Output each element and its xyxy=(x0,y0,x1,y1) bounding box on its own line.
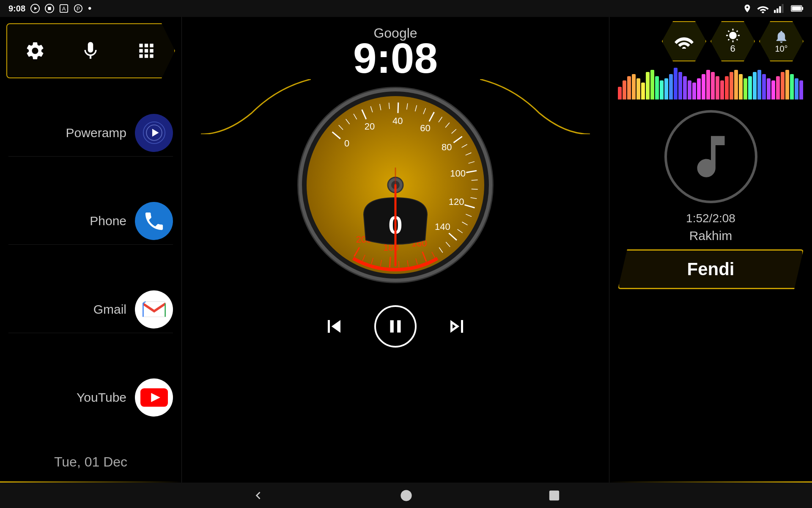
speedometer-svg: 020406080100120140160180200 0 xyxy=(294,83,497,287)
date-display: Tue, 01 Dec xyxy=(54,454,127,469)
svg-rect-11 xyxy=(782,4,783,13)
date-area: Tue, 01 Dec xyxy=(0,446,181,483)
wind-widget[interactable]: 6 xyxy=(710,21,755,61)
a-status-icon: A xyxy=(59,4,69,13)
location-icon xyxy=(743,4,752,13)
svg-line-32 xyxy=(398,102,398,113)
phone-app-item[interactable]: Phone xyxy=(8,198,173,245)
stop-status-icon xyxy=(45,4,54,13)
play-status-icon xyxy=(30,4,40,13)
youtube-app-item[interactable]: YouTube xyxy=(8,374,173,421)
svg-text:40: 40 xyxy=(392,116,403,126)
equalizer xyxy=(618,66,804,99)
youtube-icon xyxy=(135,378,173,417)
status-left-icons: 9:08 A P • xyxy=(8,3,91,14)
clock-time: 9:08 xyxy=(353,37,438,79)
youtube-label: YouTube xyxy=(8,390,126,405)
svg-point-81 xyxy=(401,490,411,501)
track-time: 1:52/2:08 xyxy=(618,212,804,225)
svg-text:60: 60 xyxy=(420,123,430,133)
svg-rect-9 xyxy=(776,8,778,13)
svg-text:0: 0 xyxy=(344,138,349,149)
svg-text:120: 120 xyxy=(449,196,464,207)
svg-text:20: 20 xyxy=(365,121,375,132)
right-panel: 6 10° 1:52/2:08 Rakhim Fendi xyxy=(609,17,812,483)
battery-icon xyxy=(791,4,804,13)
gmail-label: Gmail xyxy=(8,302,126,317)
status-time-left: 9:08 xyxy=(8,4,25,14)
svg-rect-3 xyxy=(48,7,51,10)
app-list: Poweramp Phone Gmail xyxy=(0,85,181,446)
status-bar: 9:08 A P • xyxy=(0,0,812,17)
center-panel: Google 9:08 xyxy=(182,17,609,483)
svg-text:140: 140 xyxy=(435,221,450,232)
svg-line-45 xyxy=(472,180,478,180)
player-controls xyxy=(319,305,472,348)
speedometer: 020406080100120140160180200 0 xyxy=(294,83,497,288)
svg-rect-8 xyxy=(774,10,776,13)
phone-icon xyxy=(135,202,173,240)
svg-marker-1 xyxy=(34,7,37,10)
poweramp-icon xyxy=(135,114,173,152)
svg-text:100: 100 xyxy=(450,168,466,179)
top-widgets: 6 10° xyxy=(618,21,804,61)
main-layout: Poweramp Phone Gmail xyxy=(0,17,812,483)
curve-right xyxy=(480,79,590,134)
wifi-status-icon xyxy=(757,4,769,13)
curve-left xyxy=(201,79,311,134)
svg-rect-13 xyxy=(802,7,803,10)
status-right-icons xyxy=(743,4,804,13)
svg-line-60 xyxy=(390,257,390,268)
wifi-widget[interactable] xyxy=(662,21,706,61)
svg-text:80: 80 xyxy=(442,142,452,152)
bottom-nav xyxy=(0,483,812,508)
svg-rect-82 xyxy=(549,490,559,500)
music-circle xyxy=(664,110,757,203)
svg-text:A: A xyxy=(62,6,66,12)
back-button[interactable] xyxy=(247,485,269,506)
pause-button[interactable] xyxy=(374,305,417,348)
svg-rect-10 xyxy=(779,6,781,13)
track-artist: Rakhim xyxy=(618,229,804,243)
track-title: Fendi xyxy=(618,249,804,289)
next-button[interactable] xyxy=(442,312,472,341)
settings-button[interactable] xyxy=(22,38,48,64)
wind-value: 6 xyxy=(730,43,735,54)
prev-button[interactable] xyxy=(319,312,349,341)
poweramp-label: Poweramp xyxy=(8,126,126,140)
music-icon-area xyxy=(618,110,804,203)
apps-button[interactable] xyxy=(134,38,159,64)
toolbar xyxy=(6,23,175,78)
svg-text:P: P xyxy=(77,6,80,12)
temp-value: 10° xyxy=(775,44,787,54)
recents-button[interactable] xyxy=(543,485,565,506)
svg-line-59 xyxy=(399,261,399,268)
home-button[interactable] xyxy=(395,485,417,506)
left-panel: Poweramp Phone Gmail xyxy=(0,17,182,483)
poweramp-app-item[interactable]: Poweramp xyxy=(8,110,173,157)
phone-label: Phone xyxy=(8,214,126,228)
google-clock: Google 9:08 xyxy=(353,25,438,79)
signal-icon xyxy=(774,4,786,13)
microphone-button[interactable] xyxy=(78,38,103,64)
svg-rect-14 xyxy=(792,6,801,11)
dot-status: • xyxy=(88,3,91,14)
gmail-icon xyxy=(135,290,173,329)
temp-widget[interactable]: 10° xyxy=(759,21,804,61)
svg-line-46 xyxy=(472,189,478,189)
p-status-icon: P xyxy=(74,4,83,13)
svg-rect-18 xyxy=(143,302,165,317)
gmail-app-item[interactable]: Gmail xyxy=(8,286,173,333)
